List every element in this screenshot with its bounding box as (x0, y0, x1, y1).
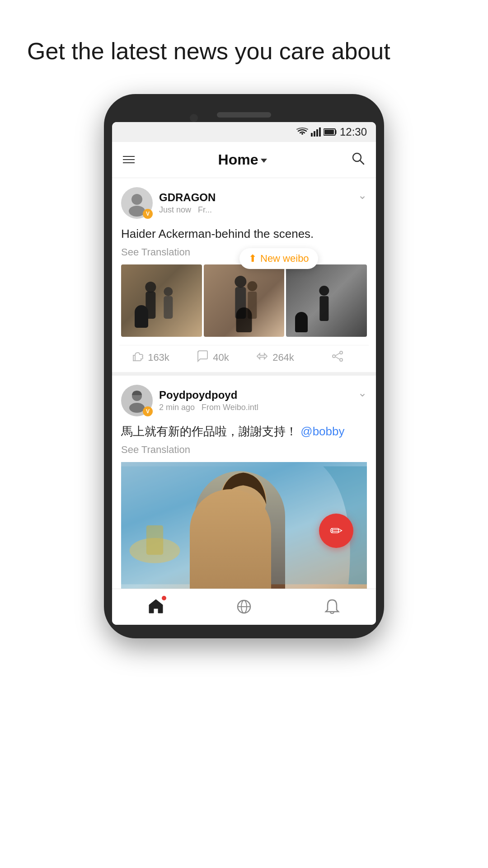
svg-line-23 (335, 353, 340, 356)
see-translation-button-2[interactable]: See Translation (121, 444, 367, 456)
nav-title[interactable]: Home (218, 151, 267, 168)
post-header: V GDRAGON Just now Fr... (121, 187, 367, 219)
avatar[interactable]: V (121, 187, 153, 219)
post-source: Fr... (198, 205, 212, 214)
svg-rect-29 (146, 525, 163, 555)
wifi-icon (296, 127, 308, 137)
nav-home[interactable] (112, 598, 200, 616)
bottom-nav (112, 589, 376, 625)
discover-icon (235, 598, 253, 615)
svg-point-19 (319, 286, 329, 296)
post-image-2[interactable] (204, 264, 285, 337)
svg-point-11 (145, 282, 156, 292)
nav-notifications[interactable] (288, 598, 376, 615)
svg-rect-0 (311, 133, 313, 137)
phone-outer: 12:30 Home (104, 94, 384, 638)
home-icon (147, 598, 164, 614)
svg-point-26 (129, 403, 145, 413)
post-image-1[interactable] (121, 264, 202, 337)
post-options-button[interactable]: ⌄ (358, 189, 367, 202)
post-mention[interactable]: @bobby (300, 425, 344, 438)
home-icon-wrap (147, 598, 164, 616)
post-user-info: V GDRAGON Just now Fr... (121, 187, 216, 219)
svg-point-22 (340, 359, 343, 361)
compose-icon: ✏ (330, 522, 343, 540)
comment-button[interactable]: 40k (182, 350, 244, 366)
new-weibo-label: New weibo (260, 253, 309, 264)
post-meta-2: 2 min ago From Weibo.intl (159, 403, 258, 412)
new-weibo-arrow-icon: ⬆ (249, 253, 257, 264)
svg-point-13 (164, 287, 173, 296)
svg-rect-12 (164, 296, 173, 319)
search-button[interactable] (351, 151, 365, 169)
notification-icon (324, 598, 340, 615)
battery-icon (324, 128, 337, 136)
nav-title-text: Home (218, 151, 258, 168)
svg-point-17 (247, 281, 257, 291)
svg-rect-14 (235, 287, 246, 319)
svg-rect-18 (320, 296, 329, 321)
vip-badge-2: V (143, 406, 153, 416)
home-notification-dot (162, 596, 166, 600)
chevron-down-icon (261, 159, 267, 163)
like-icon (131, 350, 144, 366)
post-user-details: GDRAGON Just now Fr... (159, 191, 216, 215)
post-image-grid (121, 264, 367, 337)
post-actions: 163k 40k (119, 345, 369, 372)
avatar-2[interactable]: V (121, 385, 153, 416)
comment-icon (197, 350, 209, 366)
repost-button[interactable]: 264k (244, 350, 306, 366)
post-text-2: 馬上就有新的作品啦，謝謝支持！ (121, 425, 297, 438)
post-username: GDRAGON (159, 191, 216, 204)
phone-mockup: 12:30 Home (104, 94, 384, 638)
svg-line-7 (360, 160, 364, 164)
status-icons: 12:30 (296, 126, 367, 138)
svg-rect-3 (319, 127, 321, 137)
post-options-button-2[interactable]: ⌄ (358, 387, 367, 399)
svg-point-15 (235, 276, 246, 288)
vip-badge: V (143, 209, 153, 219)
svg-rect-1 (314, 131, 315, 137)
signal-icon (311, 127, 321, 137)
compose-fab[interactable]: ✏ (319, 514, 353, 548)
post-username-2: Poydpoydpoyd (159, 389, 258, 401)
page-headline: Get the latest news you care about (0, 0, 488, 94)
status-bar: 12:30 (112, 122, 376, 142)
svg-rect-10 (145, 292, 155, 319)
phone-camera (190, 114, 198, 122)
svg-rect-2 (316, 129, 318, 137)
svg-point-8 (131, 194, 142, 205)
post-image-3[interactable] (286, 264, 367, 337)
new-weibo-toast[interactable]: ⬆ New weibo (239, 248, 318, 269)
menu-button[interactable] (123, 156, 135, 163)
like-button[interactable]: 163k (119, 350, 182, 366)
svg-rect-16 (248, 292, 257, 319)
post-source-2: From Weibo.intl (202, 403, 258, 412)
post-header-2: V Poydpoydpoyd 2 min ago From Weibo.intl (121, 385, 367, 416)
post-content: Haider Ackerman-behind the scenes. (121, 225, 367, 243)
repost-count: 264k (272, 352, 294, 363)
repost-icon (256, 350, 269, 366)
svg-rect-5 (324, 130, 334, 134)
svg-point-20 (340, 351, 343, 354)
svg-line-24 (335, 357, 340, 359)
post-user-info-2: V Poydpoydpoyd 2 min ago From Weibo.intl (121, 385, 258, 416)
share-button[interactable] (306, 350, 369, 366)
status-time: 12:30 (340, 126, 367, 138)
phone-speaker (217, 112, 271, 118)
nav-discover[interactable] (200, 598, 288, 615)
share-icon (331, 350, 344, 366)
post-card-2: V Poydpoydpoyd 2 min ago From Weibo.intl (112, 376, 376, 589)
phone-screen: 12:30 Home (112, 122, 376, 625)
like-count: 163k (148, 352, 169, 363)
post-card: V GDRAGON Just now Fr... (112, 178, 376, 376)
post-user-details-2: Poydpoydpoyd 2 min ago From Weibo.intl (159, 389, 258, 412)
feed: V GDRAGON Just now Fr... (112, 178, 376, 589)
post-time-2: 2 min ago (159, 403, 195, 412)
post-time: Just now (159, 205, 191, 214)
top-nav: Home (112, 142, 376, 178)
post-meta: Just now Fr... (159, 205, 216, 215)
post-content-2: 馬上就有新的作品啦，謝謝支持！ @bobby (121, 423, 367, 440)
comment-count: 40k (213, 352, 229, 363)
svg-point-21 (333, 355, 335, 358)
